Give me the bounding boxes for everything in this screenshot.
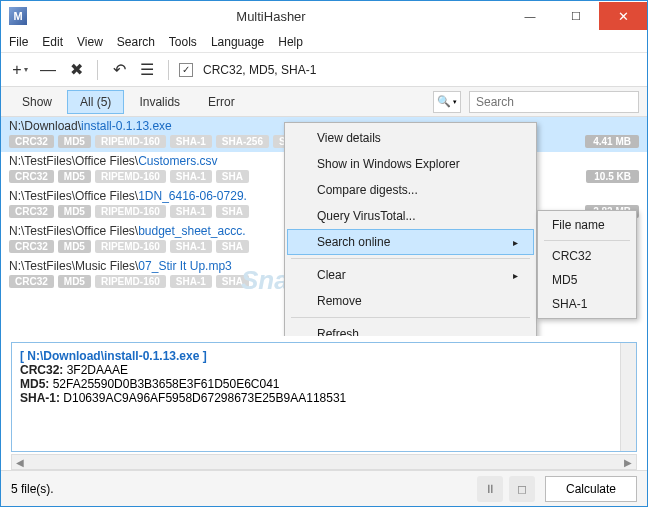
menu-view[interactable]: View (77, 35, 103, 49)
hash-tag: SHA-1 (170, 205, 212, 218)
close-button[interactable] (599, 2, 647, 30)
hash-tag: SHA (216, 170, 249, 183)
hash-output-header: [ N:\Download\install-0.1.13.exe ] (20, 349, 628, 363)
scrollbar-vertical[interactable] (620, 343, 636, 451)
clear-button[interactable]: ✖ (65, 59, 87, 81)
file-name-link[interactable]: install-0.1.13.exe (81, 119, 172, 133)
search-input[interactable] (469, 91, 639, 113)
hash-tag: CRC32 (9, 240, 54, 253)
hash-tag: SHA (216, 240, 249, 253)
maximize-button[interactable] (553, 2, 599, 30)
hash-selection-label[interactable]: CRC32, MD5, SHA-1 (203, 63, 316, 77)
search-online-submenu: File name CRC32 MD5 SHA-1 (537, 210, 637, 319)
sub-sha1[interactable]: SHA-1 (540, 292, 634, 316)
file-size-badge: 4.41 MB (585, 135, 639, 148)
add-button[interactable]: + (9, 59, 31, 81)
hash-tag: CRC32 (9, 275, 54, 288)
hash-tag: CRC32 (9, 170, 54, 183)
ctx-separator (291, 258, 530, 259)
scroll-left-icon[interactable]: ◀ (12, 457, 28, 468)
hash-hscroll[interactable]: ◀ ▶ (11, 454, 637, 470)
app-icon: M (9, 7, 27, 25)
window-buttons (507, 2, 647, 30)
menu-search[interactable]: Search (117, 35, 155, 49)
show-label: Show (9, 90, 65, 114)
remove-button[interactable]: — (37, 59, 59, 81)
menubar: File Edit View Search Tools Language Hel… (1, 31, 647, 53)
hash-row: SHA-1: D10639AC9A96AF5958D67298673E25B9A… (20, 391, 628, 405)
toolbar: + — ✖ ↶ ☰ CRC32, MD5, SHA-1 (1, 53, 647, 87)
ctx-remove[interactable]: Remove (287, 288, 534, 314)
app-window: M MultiHasher File Edit View Search Tool… (0, 0, 648, 507)
ctx-refresh[interactable]: Refresh (287, 321, 534, 336)
file-name-link[interactable]: budget_sheet_accc. (138, 224, 245, 238)
hash-tag: RIPEMD-160 (95, 170, 166, 183)
ctx-view-details[interactable]: View details (287, 125, 534, 151)
sub-separator (544, 240, 630, 241)
window-title: MultiHasher (35, 9, 507, 24)
hash-tag: MD5 (58, 275, 91, 288)
statusbar: 5 file(s). ⏸ ◻ Calculate (1, 470, 647, 506)
undo-button[interactable]: ↶ (108, 59, 130, 81)
ctx-compare-digests[interactable]: Compare digests... (287, 177, 534, 203)
hash-tag: RIPEMD-160 (95, 240, 166, 253)
hash-tag: MD5 (58, 135, 91, 148)
hash-tag: RIPEMD-160 (95, 205, 166, 218)
file-name-link[interactable]: Customers.csv (138, 154, 217, 168)
hash-tag: SHA-256 (216, 135, 269, 148)
ctx-query-virustotal[interactable]: Query VirusTotal... (287, 203, 534, 229)
scroll-right-icon[interactable]: ▶ (620, 457, 636, 468)
context-menu: View details Show in Windows Explorer Co… (284, 122, 537, 336)
minimize-button[interactable] (507, 2, 553, 30)
options-button[interactable]: ☰ (136, 59, 158, 81)
file-list: SnapFiles N:\Download\install-0.1.13.exe… (1, 117, 647, 336)
hash-checkbox[interactable] (179, 63, 193, 77)
hash-tag: MD5 (58, 170, 91, 183)
file-size-badge: 10.5 KB (586, 170, 639, 183)
hash-tag: SHA-1 (170, 170, 212, 183)
filter-tab-invalids[interactable]: Invalids (126, 90, 193, 114)
sub-file-name[interactable]: File name (540, 213, 634, 237)
ctx-show-explorer[interactable]: Show in Windows Explorer (287, 151, 534, 177)
hash-row: CRC32: 3F2DAAAE (20, 363, 628, 377)
toolbar-separator (97, 60, 98, 80)
hash-row: MD5: 52FA25590D0B3B3658E3F61D50E6C041 (20, 377, 628, 391)
menu-file[interactable]: File (9, 35, 28, 49)
hash-tag: SHA-1 (170, 240, 212, 253)
file-name-link[interactable]: 07_Stir It Up.mp3 (138, 259, 231, 273)
ctx-separator-2 (291, 317, 530, 318)
ctx-clear[interactable]: Clear (287, 262, 534, 288)
hash-tag: MD5 (58, 205, 91, 218)
hash-tag: SHA (216, 205, 249, 218)
search-mode-dropdown[interactable]: 🔍 (433, 91, 461, 113)
stop-icon[interactable]: ◻ (509, 476, 535, 502)
pause-icon[interactable]: ⏸ (477, 476, 503, 502)
hash-tag: CRC32 (9, 205, 54, 218)
sub-md5[interactable]: MD5 (540, 268, 634, 292)
file-name-link[interactable]: 1DN_6416-06-0729. (138, 189, 247, 203)
hash-tag: SHA-1 (170, 135, 212, 148)
sub-crc32[interactable]: CRC32 (540, 244, 634, 268)
ctx-search-online[interactable]: Search online (287, 229, 534, 255)
menu-edit[interactable]: Edit (42, 35, 63, 49)
hash-tag: RIPEMD-160 (95, 135, 166, 148)
calculate-button[interactable]: Calculate (545, 476, 637, 502)
menu-language[interactable]: Language (211, 35, 264, 49)
menu-tools[interactable]: Tools (169, 35, 197, 49)
hash-output-panel: [ N:\Download\install-0.1.13.exe ] CRC32… (11, 342, 637, 452)
titlebar: M MultiHasher (1, 1, 647, 31)
hash-tag: RIPEMD-160 (95, 275, 166, 288)
filter-tab-all[interactable]: All (5) (67, 90, 124, 114)
status-text: 5 file(s). (11, 482, 54, 496)
hash-tag: MD5 (58, 240, 91, 253)
hash-tag: SHA-1 (170, 275, 212, 288)
hash-tag: SHA (216, 275, 249, 288)
filter-tab-error[interactable]: Error (195, 90, 248, 114)
filterbar: Show All (5) Invalids Error 🔍 (1, 87, 647, 117)
menu-help[interactable]: Help (278, 35, 303, 49)
hash-tag: CRC32 (9, 135, 54, 148)
toolbar-separator-2 (168, 60, 169, 80)
